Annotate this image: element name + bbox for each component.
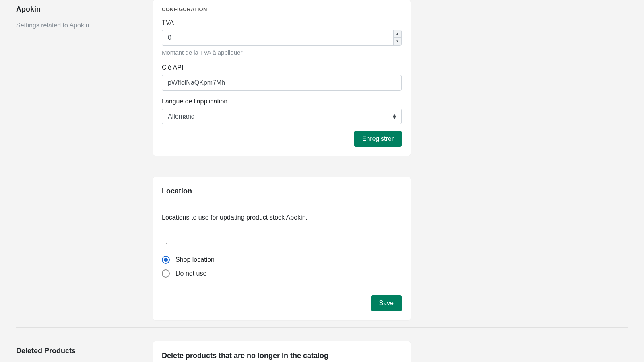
radio-label: Do not use	[175, 269, 206, 278]
location-card-title: Location	[162, 186, 402, 197]
config-section-label: CONFIGURATION	[162, 6, 402, 14]
spinner-down-icon[interactable]: ▼	[394, 38, 401, 45]
tva-label: TVA	[162, 18, 402, 27]
section-deleted-sidebar: Deleted Products Actions on imported pro…	[16, 341, 153, 362]
api-key-input[interactable]	[162, 75, 402, 91]
tva-field: TVA ▲ ▼ Montant de la TVA à appliquer	[162, 18, 402, 58]
language-label: Langue de l'application	[162, 97, 402, 106]
spinner-up-icon[interactable]: ▲	[394, 30, 401, 38]
section-location-sidebar	[16, 177, 153, 320]
location-name-colon: :	[162, 237, 402, 247]
tva-help: Montant de la TVA à appliquer	[162, 48, 402, 58]
section-apokin-sidebar: Apokin Settings related to Apokin	[16, 0, 153, 156]
deleted-products-card: Delete products that are no longer in th…	[153, 341, 411, 362]
tva-input[interactable]	[162, 30, 402, 46]
language-select[interactable]: Allemand	[162, 109, 402, 124]
radio-icon	[162, 269, 170, 278]
radio-shop-location[interactable]: Shop location	[162, 255, 402, 265]
api-key-field: Clé API	[162, 63, 402, 91]
section-apokin: Apokin Settings related to Apokin CONFIG…	[16, 0, 628, 163]
section-title: Deleted Products	[16, 346, 145, 356]
save-button[interactable]: Enregistrer	[354, 131, 402, 147]
section-description: Settings related to Apokin	[16, 21, 145, 30]
section-deleted-products: Deleted Products Actions on imported pro…	[16, 328, 628, 362]
tva-spinner: ▲ ▼	[393, 30, 401, 45]
radio-icon	[162, 256, 170, 264]
section-title: Apokin	[16, 4, 145, 15]
radio-label: Shop location	[175, 255, 215, 265]
radio-do-not-use[interactable]: Do not use	[162, 269, 402, 278]
config-card: CONFIGURATION TVA ▲ ▼ Montant de la TVA …	[153, 0, 411, 156]
location-card: Location Locations to use for updating p…	[153, 177, 411, 320]
save-button[interactable]: Save	[371, 295, 402, 311]
language-field: Langue de l'application Allemand ▲▼	[162, 97, 402, 124]
api-key-label: Clé API	[162, 63, 402, 72]
location-intro: Locations to use for updating product st…	[153, 209, 411, 230]
deleted-card-title: Delete products that are no longer in th…	[162, 350, 402, 361]
section-location: Location Locations to use for updating p…	[16, 163, 628, 328]
